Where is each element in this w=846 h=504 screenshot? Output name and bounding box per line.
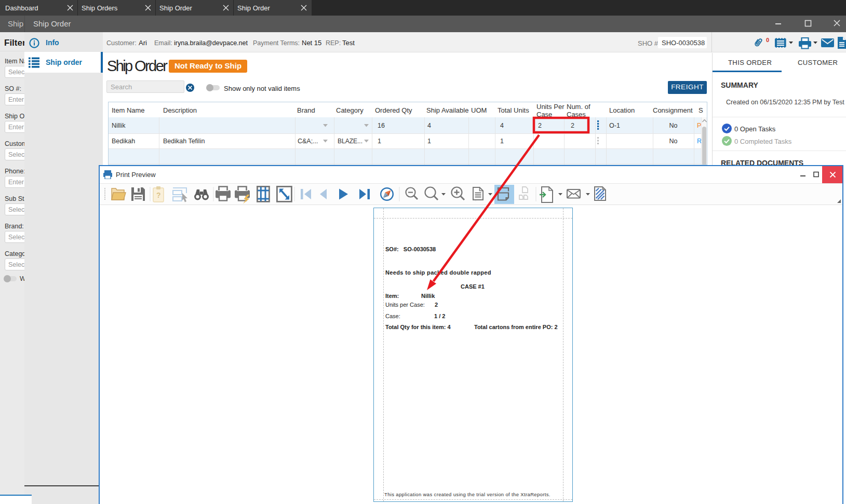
svg-text:0: 0 bbox=[766, 37, 769, 43]
svg-text:?: ? bbox=[156, 191, 161, 199]
